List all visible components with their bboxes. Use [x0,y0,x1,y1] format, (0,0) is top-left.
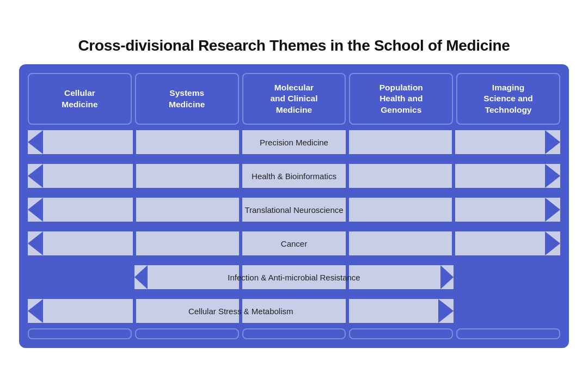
translational-neuroscience-row: Translational Neuroscience [28,198,560,222]
columns-row: CellularMedicine SystemsMedicine Molecul… [28,73,560,125]
col-header-molecular-clinical: Molecularand ClinicalMedicine [242,73,346,125]
col-footer-systems-medicine [135,328,239,339]
precision-medicine-label: Precision Medicine [260,138,328,147]
col-footer-imaging-science [456,328,560,339]
arrows-area: Precision Medicine Health & Bioinformati… [28,130,560,323]
cancer-label: Cancer [281,239,307,248]
infection-label: Infection & Anti-microbial Resistance [228,273,360,282]
precision-medicine-row: Precision Medicine [28,130,560,154]
main-title: Cross-divisional Research Themes in the … [78,37,510,54]
col-footer-cellular-medicine [28,328,132,339]
health-bioinformatics-row: Health & Bioinformatics [28,164,560,188]
cellular-stress-row: Cellular Stress & Metabolism [28,299,560,323]
health-bioinformatics-label: Health & Bioinformatics [252,172,336,181]
col-footer-population-health [349,328,453,339]
infection-row: Infection & Anti-microbial Resistance [28,265,560,289]
diagram: CellularMedicine SystemsMedicine Molecul… [19,64,569,348]
col-header-imaging-science: ImagingScience andTechnology [456,73,560,125]
page-wrapper: Cross-divisional Research Themes in the … [0,0,588,385]
col-header-population-health: PopulationHealth andGenomics [349,73,453,125]
cellular-stress-label: Cellular Stress & Metabolism [188,307,293,316]
cancer-row: Cancer [28,231,560,255]
translational-neuroscience-label: Translational Neuroscience [244,205,343,215]
col-header-systems-medicine: SystemsMedicine [135,73,239,125]
col-header-cellular-medicine: CellularMedicine [28,73,132,125]
columns-footer [28,328,560,339]
col-footer-molecular-clinical [242,328,346,339]
